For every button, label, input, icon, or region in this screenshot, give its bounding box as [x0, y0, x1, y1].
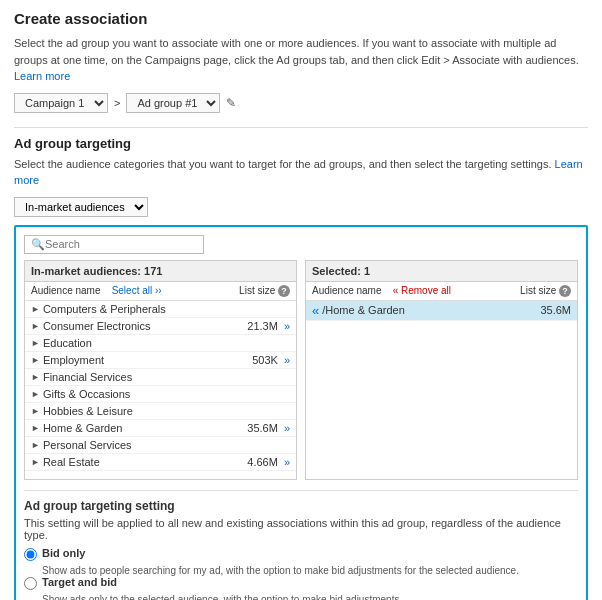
list-item[interactable]: ► Home & Garden 35.6M »	[25, 420, 296, 437]
search-icon: 🔍	[31, 238, 45, 251]
add-to-selected-icon[interactable]: »	[284, 354, 290, 366]
audience-name: Education	[43, 337, 92, 349]
available-audiences-panel: In-market audiences: 171 Audience name S…	[24, 260, 297, 480]
adgroup-targeting-desc: Select the audience categories that you …	[14, 156, 588, 189]
expand-icon[interactable]: ►	[31, 321, 40, 331]
expand-icon[interactable]: ►	[31, 355, 40, 365]
list-item[interactable]: ► Employment 503K »	[25, 352, 296, 369]
selected-audience-name-col-header: Audience name « Remove all	[312, 285, 451, 297]
add-to-selected-icon[interactable]: »	[284, 422, 290, 434]
selected-list-size: 35.6M	[536, 304, 571, 316]
expand-icon[interactable]: ►	[31, 389, 40, 399]
breadcrumb: Campaign 1 > Ad group #1 ✎	[14, 93, 588, 113]
list-size: 35.6M	[243, 422, 278, 434]
dual-list: In-market audiences: 171 Audience name S…	[24, 260, 578, 480]
radio-option-bid_only: Bid only Show ads to people searching fo…	[24, 547, 578, 576]
list-item[interactable]: ► Education	[25, 335, 296, 352]
bid_only-label[interactable]: Bid only	[42, 547, 85, 559]
selected-size-col-header: List size ?	[520, 285, 571, 297]
expand-icon[interactable]: ►	[31, 372, 40, 382]
audience-selection-box: 🔍 In-market audiences: 171 Audience name…	[14, 225, 588, 601]
selected-audience-name: /Home & Garden	[322, 304, 405, 316]
size-tooltip-icon[interactable]: ?	[278, 285, 290, 297]
selected-panel-title: Selected: 1	[312, 265, 370, 277]
audience-name-col-header: Audience name Select all ››	[31, 285, 162, 297]
select-all-link[interactable]: Select all ››	[112, 285, 162, 296]
expand-icon[interactable]: ►	[31, 457, 40, 467]
search-container: 🔍	[24, 235, 204, 254]
remove-from-selected-icon[interactable]: «	[312, 303, 319, 318]
audience-type-container: In-market audiences	[14, 197, 588, 217]
selected-size-tooltip-icon[interactable]: ?	[559, 285, 571, 297]
list-size: 4.66M	[243, 456, 278, 468]
audience-name: Personal Services	[43, 439, 132, 451]
expand-icon[interactable]: ►	[31, 423, 40, 433]
intro-text: Select the ad group you want to associat…	[14, 35, 588, 85]
audience-name: Financial Services	[43, 371, 132, 383]
add-to-selected-icon[interactable]: »	[284, 456, 290, 468]
targeting-setting-section: Ad group targeting setting This setting …	[24, 490, 578, 601]
target_and_bid-radio[interactable]	[24, 577, 37, 590]
page-title: Create association	[14, 10, 588, 27]
targeting-setting-desc: This setting will be applied to all new …	[24, 517, 578, 541]
edit-icon[interactable]: ✎	[226, 96, 236, 110]
bid_only-radio[interactable]	[24, 548, 37, 561]
audience-type-select[interactable]: In-market audiences	[14, 197, 148, 217]
divider-1	[14, 127, 588, 128]
selected-list-item[interactable]: « /Home & Garden 35.6M	[306, 301, 577, 321]
radio-option-target_and_bid: Target and bid Show ads only to the sele…	[24, 576, 578, 601]
radio-options-container: Bid only Show ads to people searching fo…	[24, 547, 578, 601]
list-item[interactable]: ► Real Estate 4.66M »	[25, 454, 296, 471]
selected-list-body: « /Home & Garden 35.6M	[306, 301, 577, 471]
intro-learn-more-link[interactable]: Learn more	[14, 70, 70, 82]
expand-icon[interactable]: ►	[31, 406, 40, 416]
campaign-select[interactable]: Campaign 1	[14, 93, 108, 113]
audience-name: Computers & Peripherals	[43, 303, 166, 315]
adgroup-targeting-title: Ad group targeting	[14, 136, 588, 151]
selected-audiences-panel: Selected: 1 Audience name « Remove all L…	[305, 260, 578, 480]
available-list-body: ► Computers & Peripherals ► Consumer Ele…	[25, 301, 296, 471]
bid_only-desc: Show ads to people searching for my ad, …	[42, 565, 578, 576]
list-item[interactable]: ► Personal Services	[25, 437, 296, 454]
target_and_bid-desc: Show ads only to the selected audience, …	[42, 594, 578, 601]
available-panel-title: In-market audiences: 171	[31, 265, 162, 277]
target_and_bid-label[interactable]: Target and bid	[42, 576, 117, 588]
audience-name: Consumer Electronics	[43, 320, 151, 332]
size-col-header: List size ?	[239, 285, 290, 297]
audience-name: Hobbies & Leisure	[43, 405, 133, 417]
available-panel-header: In-market audiences: 171	[25, 261, 296, 282]
audience-name: Home & Garden	[43, 422, 122, 434]
list-size: 21.3M	[243, 320, 278, 332]
list-item[interactable]: ► Financial Services	[25, 369, 296, 386]
breadcrumb-separator: >	[114, 97, 120, 109]
search-input[interactable]	[45, 238, 185, 250]
selected-panel-header: Selected: 1	[306, 261, 577, 282]
list-item[interactable]: ► Hobbies & Leisure	[25, 403, 296, 420]
expand-icon[interactable]: ►	[31, 304, 40, 314]
selected-panel-subheader: Audience name « Remove all List size ?	[306, 282, 577, 301]
list-item[interactable]: ► Consumer Electronics 21.3M »	[25, 318, 296, 335]
expand-icon[interactable]: ►	[31, 440, 40, 450]
list-item[interactable]: ► Gifts & Occasions	[25, 386, 296, 403]
audience-name: Employment	[43, 354, 104, 366]
list-size: 503K	[243, 354, 278, 366]
audience-name: Gifts & Occasions	[43, 388, 130, 400]
list-item[interactable]: ► Computers & Peripherals	[25, 301, 296, 318]
adgroup-select[interactable]: Ad group #1	[126, 93, 220, 113]
available-panel-subheader: Audience name Select all ›› List size ?	[25, 282, 296, 301]
add-to-selected-icon[interactable]: »	[284, 320, 290, 332]
remove-all-link[interactable]: « Remove all	[393, 285, 451, 296]
audience-name: Real Estate	[43, 456, 100, 468]
expand-icon[interactable]: ►	[31, 338, 40, 348]
targeting-setting-title: Ad group targeting setting	[24, 499, 578, 513]
